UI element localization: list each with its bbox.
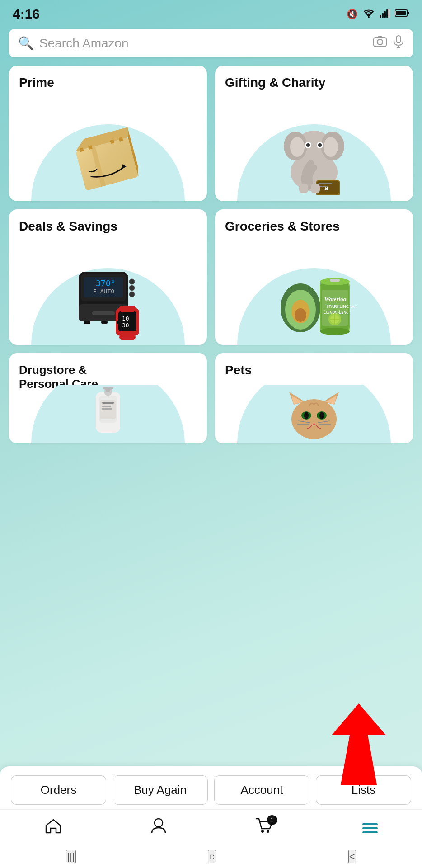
deals-image-area: 370° F AUTO 10 30 bbox=[9, 245, 207, 345]
svg-rect-58 bbox=[84, 321, 90, 324]
deals-airfryer-svg: 370° F AUTO 10 30 bbox=[65, 254, 151, 340]
svg-point-33 bbox=[318, 143, 322, 147]
person-icon bbox=[151, 818, 166, 838]
android-recents[interactable]: ||| bbox=[66, 850, 75, 863]
deals-label: Deals & Savings bbox=[9, 209, 207, 234]
svg-rect-8 bbox=[396, 11, 406, 15]
svg-rect-84 bbox=[102, 406, 111, 407]
svg-rect-50 bbox=[92, 311, 115, 315]
svg-point-93 bbox=[304, 412, 309, 419]
wifi-icon bbox=[362, 8, 375, 20]
svg-rect-2 bbox=[382, 13, 384, 18]
category-card-pets[interactable]: Pets bbox=[215, 353, 413, 443]
svg-point-0 bbox=[368, 16, 370, 18]
svg-rect-39 bbox=[299, 184, 308, 193]
svg-rect-3 bbox=[384, 11, 386, 18]
svg-point-103 bbox=[267, 830, 269, 833]
svg-text:10: 10 bbox=[122, 315, 129, 322]
svg-point-10 bbox=[377, 39, 383, 45]
nav-home[interactable] bbox=[45, 818, 62, 838]
nav-menu[interactable] bbox=[362, 823, 378, 833]
android-back[interactable]: < bbox=[348, 850, 356, 863]
android-home[interactable]: ○ bbox=[208, 850, 216, 863]
status-time: 4:16 bbox=[13, 6, 40, 22]
category-card-deals[interactable]: Deals & Savings 370° F AUTO bbox=[9, 209, 207, 345]
svg-rect-76 bbox=[330, 279, 340, 282]
svg-text:a: a bbox=[324, 184, 328, 192]
svg-text:Lemon-Lime: Lemon-Lime bbox=[324, 310, 349, 315]
svg-point-46 bbox=[129, 279, 135, 284]
groceries-svg: Waterloo SPARKLING WATER Lemon-Lime bbox=[271, 254, 357, 340]
search-bar-wrapper: 🔍 Search Amazon bbox=[0, 25, 422, 66]
svg-rect-83 bbox=[102, 402, 114, 404]
prime-label: Prime bbox=[9, 66, 207, 90]
svg-rect-7 bbox=[408, 12, 409, 14]
category-card-groceries[interactable]: Groceries & Stores bbox=[215, 209, 413, 345]
svg-text:30: 30 bbox=[122, 322, 129, 329]
svg-point-87 bbox=[291, 399, 337, 439]
search-right-icons bbox=[373, 35, 404, 51]
battery-icon bbox=[395, 9, 409, 19]
svg-point-31 bbox=[306, 143, 310, 147]
nav-cart[interactable]: 1 bbox=[255, 818, 273, 838]
nav-account[interactable] bbox=[151, 818, 166, 838]
orders-button[interactable]: Orders bbox=[11, 775, 106, 805]
svg-point-95 bbox=[319, 412, 324, 419]
search-bar[interactable]: 🔍 Search Amazon bbox=[9, 29, 413, 57]
svg-rect-85 bbox=[102, 408, 112, 410]
search-input[interactable]: Search Amazon bbox=[39, 36, 368, 51]
svg-rect-11 bbox=[378, 36, 382, 38]
status-bar: 4:16 🔇 bbox=[0, 0, 422, 25]
svg-text:SPARKLING WATER: SPARKLING WATER bbox=[326, 304, 357, 309]
hamburger-lines bbox=[362, 823, 378, 833]
groceries-image-area: Waterloo SPARKLING WATER Lemon-Lime bbox=[215, 245, 413, 345]
category-card-prime[interactable]: Prime ⌣ bbox=[9, 66, 207, 201]
svg-rect-60 bbox=[117, 321, 123, 324]
svg-text:Waterloo: Waterloo bbox=[324, 296, 347, 302]
svg-point-48 bbox=[129, 292, 135, 297]
svg-point-47 bbox=[129, 285, 135, 291]
microphone-icon[interactable] bbox=[393, 35, 404, 51]
groceries-label: Groceries & Stores bbox=[215, 209, 413, 234]
svg-point-68 bbox=[320, 328, 350, 335]
account-button[interactable]: Account bbox=[214, 775, 309, 805]
pets-label: Pets bbox=[215, 353, 413, 377]
gifting-label: Gifting & Charity bbox=[215, 66, 413, 90]
cart-icon: 1 bbox=[255, 818, 273, 838]
home-icon bbox=[45, 818, 62, 838]
menu-icon bbox=[362, 823, 378, 833]
camera-icon[interactable] bbox=[373, 35, 387, 51]
category-card-drugstore[interactable]: Drugstore &Personal Care bbox=[9, 353, 207, 443]
svg-point-101 bbox=[155, 819, 163, 827]
bottom-nav: 1 bbox=[0, 809, 422, 845]
gifting-elephant-svg: a bbox=[276, 113, 352, 195]
gifting-image-area: a bbox=[215, 102, 413, 201]
svg-point-102 bbox=[261, 830, 264, 833]
svg-text:F  AUTO: F AUTO bbox=[93, 288, 114, 295]
svg-rect-1 bbox=[380, 15, 381, 18]
svg-rect-37 bbox=[319, 183, 332, 184]
signal-icon bbox=[380, 9, 390, 20]
svg-rect-12 bbox=[396, 36, 401, 43]
buy-again-button[interactable]: Buy Again bbox=[113, 775, 208, 805]
status-icons: 🔇 bbox=[347, 8, 409, 20]
svg-rect-5 bbox=[389, 9, 390, 18]
drugstore-svg bbox=[79, 387, 137, 442]
svg-point-29 bbox=[324, 137, 338, 157]
prime-image-area: ⌣ bbox=[9, 102, 207, 201]
svg-point-27 bbox=[290, 137, 305, 157]
search-icon: 🔍 bbox=[18, 36, 34, 51]
svg-text:370°: 370° bbox=[96, 278, 115, 288]
quick-actions-tray: Orders Buy Again Account Lists bbox=[0, 766, 422, 809]
svg-point-86 bbox=[103, 387, 113, 390]
pets-image-area bbox=[215, 385, 413, 443]
svg-rect-4 bbox=[386, 9, 388, 18]
svg-rect-40 bbox=[311, 184, 320, 193]
svg-rect-57 bbox=[119, 335, 136, 340]
lists-button[interactable]: Lists bbox=[316, 775, 411, 805]
pets-cat-svg bbox=[285, 392, 343, 442]
mute-icon: 🔇 bbox=[347, 9, 358, 19]
category-card-gifting[interactable]: Gifting & Charity bbox=[215, 66, 413, 201]
android-nav: ||| ○ < bbox=[0, 845, 422, 868]
svg-point-64 bbox=[295, 308, 306, 322]
